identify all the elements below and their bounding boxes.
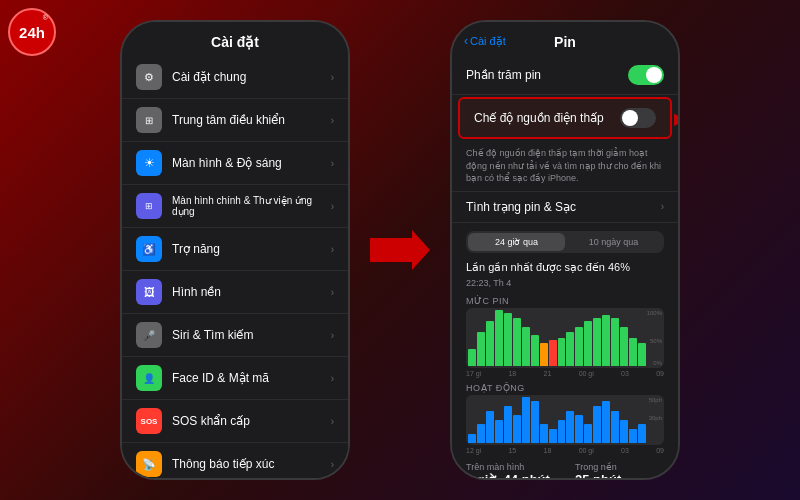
settings-icon-man-hinh: ☀: [136, 150, 162, 176]
left-phone: Cài đặt ⚙ Cài đặt chung › ⊞ Trung tâm đi…: [120, 20, 350, 480]
settings-item-sos[interactable]: SOS SOS khẩn cấp ›: [122, 400, 348, 443]
tren-man-hinh-value: 3 giờ, 44 phút: [466, 472, 555, 478]
trong-nen-title: Trong nền: [575, 462, 664, 472]
settings-item-trung-tam[interactable]: ⊞ Trung tâm điều khiển ›: [122, 99, 348, 142]
tren-man-hinh-title: Trên màn hình: [466, 462, 555, 472]
phan-tram-pin-label: Phần trăm pin: [466, 68, 541, 82]
settings-icon-sos: SOS: [136, 408, 162, 434]
activity-time-labels: 12 gi151800 gi0309: [452, 445, 678, 456]
battery-status-row[interactable]: Tình trạng pin & Sạc ›: [452, 192, 678, 223]
chart-tab-group: 24 giờ qua 10 ngày qua: [466, 231, 664, 253]
chevron-icon: ›: [331, 373, 334, 384]
chevron-icon: ›: [331, 459, 334, 470]
back-label: Cài đặt: [470, 35, 506, 48]
phan-tram-pin-row: Phần trăm pin: [452, 56, 678, 95]
che-do-nguon-label: Chế độ nguồn điện thấp: [474, 111, 604, 125]
activity-chart: 50ph 30ph: [466, 395, 664, 445]
left-phone-title: Cài đặt: [138, 34, 332, 50]
settings-icon-cai-dat-chung: ⚙: [136, 64, 162, 90]
right-phone-header: ‹ Cài đặt Pin: [452, 22, 678, 56]
settings-icon-trung-tam: ⊞: [136, 107, 162, 133]
settings-label-face-id: Face ID & Mật mã: [172, 371, 321, 385]
settings-label-man-hinh: Màn hình & Độ sáng: [172, 156, 321, 170]
settings-label-sos: SOS khẩn cấp: [172, 414, 321, 428]
tab-24h[interactable]: 24 giờ qua: [468, 233, 565, 251]
settings-label-cai-dat-chung: Cài đặt chung: [172, 70, 321, 84]
che-do-nguon-row: Chế độ nguồn điện thấp ▶: [458, 97, 672, 139]
chevron-icon: ›: [331, 201, 334, 212]
last-charged-time: 22:23, Th 4: [452, 278, 678, 294]
last-charged-text: Lần gần nhất được sạc đến 46%: [452, 257, 678, 278]
activity-bars: [468, 397, 662, 443]
battery-chart: 100% 50% 0%: [466, 308, 664, 368]
settings-icon-man-hinh-chinh: ⊞: [136, 193, 162, 219]
arrow-container: [370, 230, 430, 270]
left-phone-header: Cài đặt: [122, 22, 348, 56]
back-button[interactable]: ‹ Cài đặt: [464, 34, 506, 48]
settings-icon-hinh-nen: 🖼: [136, 279, 162, 305]
battery-status-chevron-icon: ›: [661, 201, 664, 212]
tren-man-hinh-col: Trên màn hình 3 giờ, 44 phút: [466, 462, 555, 478]
usage-stats-row: Trên màn hình 3 giờ, 44 phút Trong nền 2…: [452, 456, 678, 478]
settings-item-hinh-nen[interactable]: 🖼 Hình nền ›: [122, 271, 348, 314]
chevron-icon: ›: [331, 72, 334, 83]
settings-label-thong-bao: Thông báo tiếp xúc: [172, 457, 321, 471]
settings-item-cai-dat-chung[interactable]: ⚙ Cài đặt chung ›: [122, 56, 348, 99]
battery-desc-text: Chế độ nguồn điện thấp tạm thời giảm hoạ…: [452, 141, 678, 192]
chevron-icon: ›: [331, 158, 334, 169]
muc-pin-label: MỨC PIN: [452, 294, 678, 308]
trong-nen-value: 25 phút: [575, 472, 664, 478]
right-phone: ‹ Cài đặt Pin Phần trăm pin Chế độ nguồn…: [450, 20, 680, 480]
hoat-dong-label: HOẠT ĐỘNG: [452, 379, 678, 395]
settings-label-man-hinh-chinh: Màn hình chính & Thư viện ứng dụng: [172, 195, 321, 217]
settings-item-face-id[interactable]: 👤 Face ID & Mật mã ›: [122, 357, 348, 400]
settings-icon-siri: 🎤: [136, 322, 162, 348]
battery-bars: [468, 310, 662, 366]
tab-10days[interactable]: 10 ngày qua: [565, 233, 662, 251]
logo-text: 24h: [19, 25, 45, 40]
right-arrow-icon: [370, 230, 430, 270]
settings-label-tro-nang: Trợ năng: [172, 242, 321, 256]
settings-icon-thong-bao: 📡: [136, 451, 162, 477]
settings-item-tro-nang[interactable]: ♿ Trợ năng ›: [122, 228, 348, 271]
chevron-icon: ›: [331, 244, 334, 255]
battery-settings-screen: Phần trăm pin Chế độ nguồn điện thấp ▶ C…: [452, 56, 678, 478]
logo-reg: ®: [43, 14, 48, 21]
back-chevron-icon: ‹: [464, 34, 468, 48]
settings-item-thong-bao[interactable]: 📡 Thông báo tiếp xúc ›: [122, 443, 348, 478]
chevron-icon: ›: [331, 416, 334, 427]
settings-icon-face-id: 👤: [136, 365, 162, 391]
che-do-nguon-toggle[interactable]: [620, 108, 656, 128]
settings-item-man-hinh[interactable]: ☀ Màn hình & Độ sáng ›: [122, 142, 348, 185]
chevron-icon: ›: [331, 287, 334, 298]
settings-icon-tro-nang: ♿: [136, 236, 162, 262]
battery-time-labels: 17 gi182100 gi0309: [452, 368, 678, 379]
settings-label-hinh-nen: Hình nền: [172, 285, 321, 299]
settings-item-man-hinh-chinh[interactable]: ⊞ Màn hình chính & Thư viện ứng dụng ›: [122, 185, 348, 228]
chevron-icon: ›: [331, 115, 334, 126]
logo-badge: 24h ®: [8, 8, 56, 56]
battery-status-label: Tình trạng pin & Sạc: [466, 200, 576, 214]
chevron-icon: ›: [331, 330, 334, 341]
settings-item-siri[interactable]: 🎤 Siri & Tìm kiếm ›: [122, 314, 348, 357]
red-arrow-indicator: ▶: [674, 109, 678, 128]
phan-tram-pin-toggle[interactable]: [628, 65, 664, 85]
settings-label-siri: Siri & Tìm kiếm: [172, 328, 321, 342]
settings-list: ⚙ Cài đặt chung › ⊞ Trung tâm điều khiển…: [122, 56, 348, 478]
settings-label-trung-tam: Trung tâm điều khiển: [172, 113, 321, 127]
trong-nen-col: Trong nền 25 phút: [575, 462, 664, 478]
